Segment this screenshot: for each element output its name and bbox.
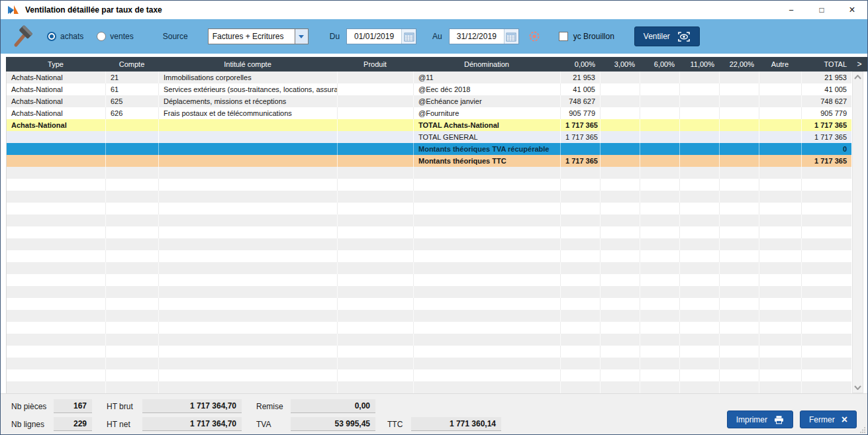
table-cell: [601, 83, 640, 95]
col-header-compte[interactable]: Compte: [105, 57, 158, 72]
table-cell: [759, 310, 802, 322]
imprimer-button[interactable]: Imprimer: [727, 411, 793, 428]
table-cell: [106, 346, 159, 358]
table-cell: [640, 322, 680, 334]
table-empty-row[interactable]: [7, 286, 851, 298]
table-cell: [640, 274, 680, 286]
close-button[interactable]: ×: [837, 1, 867, 19]
radio-ventes[interactable]: ventes: [97, 32, 133, 41]
date-au-value[interactable]: 31/12/2019: [450, 29, 504, 44]
table-cell: [680, 238, 720, 250]
source-dropdown-value[interactable]: Factures + Ecritures: [208, 28, 295, 44]
table-cell: Achats-National: [7, 119, 106, 131]
col-header-0pct[interactable]: 0,00%: [560, 57, 600, 72]
target-icon[interactable]: [527, 29, 542, 44]
column-scroll-right-icon[interactable]: >: [851, 57, 867, 72]
table-row[interactable]: Achats-National21Immobilisations corpore…: [7, 72, 851, 83]
table-cell: 61: [106, 83, 159, 95]
table-empty-row[interactable]: [7, 250, 851, 262]
source-dropdown-button[interactable]: [295, 28, 309, 44]
maximize-button[interactable]: □: [806, 1, 837, 19]
resize-grip[interactable]: [859, 426, 866, 433]
table-empty-row[interactable]: [7, 310, 851, 322]
table-cell: [640, 155, 680, 167]
chevron-down-icon: [299, 35, 304, 38]
table-empty-row[interactable]: [7, 274, 851, 286]
table-empty-row[interactable]: [7, 179, 851, 191]
table-cell: [759, 191, 802, 203]
table-cell: [759, 286, 802, 298]
col-header-produit[interactable]: Produit: [337, 57, 413, 72]
table-cell: [106, 274, 159, 286]
col-header-11pct[interactable]: 11,00%: [679, 57, 719, 72]
table-cell: Frais postaux et de télécommunications: [159, 107, 338, 119]
table-cell: [338, 179, 414, 191]
radio-achats[interactable]: achats: [47, 32, 83, 41]
table-cell: [106, 358, 159, 369]
table-empty-row[interactable]: [7, 322, 851, 334]
table-empty-row[interactable]: [7, 238, 851, 250]
calendar-du-button[interactable]: [401, 29, 416, 44]
table-empty-row[interactable]: [7, 215, 851, 226]
col-header-22pct[interactable]: 22,00%: [719, 57, 759, 72]
table-cell: 905 779: [802, 107, 851, 119]
col-header-autre[interactable]: Autre: [759, 57, 801, 72]
source-dropdown[interactable]: Factures + Ecritures: [208, 28, 309, 44]
table-empty-row[interactable]: [7, 358, 851, 369]
table-empty-row[interactable]: [7, 346, 851, 358]
table-cell: [720, 262, 759, 274]
table-empty-row[interactable]: [7, 191, 851, 203]
table-cell: [338, 322, 414, 334]
date-du-field[interactable]: 01/01/2019: [346, 28, 416, 44]
table-cell: [414, 250, 561, 262]
col-header-denomination[interactable]: Dénomination: [413, 57, 560, 72]
calendar-au-button[interactable]: [504, 29, 518, 44]
table-row[interactable]: Achats-National625Déplacements, missions…: [7, 95, 851, 107]
table-cell: [561, 167, 601, 179]
vertical-scrollbar[interactable]: [852, 72, 863, 393]
table-cell: [338, 262, 414, 274]
table-empty-row[interactable]: [7, 369, 851, 381]
fermer-button[interactable]: Fermer ×: [800, 411, 857, 428]
col-header-type[interactable]: Type: [6, 57, 105, 72]
date-du-value[interactable]: 01/01/2019: [347, 29, 401, 44]
table-empty-row[interactable]: [7, 226, 851, 238]
col-header-6pct[interactable]: 6,00%: [640, 57, 679, 72]
table-empty-row[interactable]: [7, 262, 851, 274]
table-cell: [159, 250, 338, 262]
table-cell: @11: [414, 72, 561, 83]
table-cell: [7, 226, 106, 238]
table-cell: [759, 83, 802, 95]
table-row[interactable]: Achats-National61Services extérieurs (so…: [7, 83, 851, 95]
table-empty-row[interactable]: [7, 334, 851, 346]
table-cell: [680, 322, 720, 334]
table-cell: [106, 298, 159, 310]
table-row[interactable]: Montants théoriques TTC1 717 3651 717 36…: [7, 155, 851, 167]
table-cell: [159, 155, 338, 167]
minimize-button[interactable]: −: [776, 1, 806, 19]
scroll-up-icon[interactable]: [854, 75, 861, 79]
ventiler-button[interactable]: Ventiler: [634, 26, 700, 46]
radio-achats-circle[interactable]: [47, 32, 56, 41]
radio-ventes-circle[interactable]: [97, 32, 106, 41]
table-empty-row[interactable]: [7, 167, 851, 179]
du-label: Du: [330, 32, 340, 41]
table-cell: [338, 369, 414, 381]
table-cell: [106, 238, 159, 250]
col-header-total[interactable]: TOTAL: [801, 57, 851, 72]
col-header-intitule[interactable]: Intitulé compte: [158, 57, 337, 72]
scroll-down-icon[interactable]: [854, 385, 861, 390]
table-cell: [601, 95, 640, 107]
table-row[interactable]: Achats-NationalTOTAL Achats-National1 71…: [7, 119, 851, 131]
table-cell: [7, 131, 106, 143]
table-row[interactable]: Montants théoriques TVA récupérable0: [7, 143, 851, 155]
table-empty-row[interactable]: [7, 298, 851, 310]
table-row[interactable]: Achats-National626Frais postaux et de té…: [7, 107, 851, 119]
table-cell: [802, 298, 851, 310]
table-row[interactable]: TOTAL GENERAL1 717 3651 717 365: [7, 131, 851, 143]
brouillon-checkbox[interactable]: [559, 32, 568, 41]
col-header-3pct[interactable]: 3,00%: [600, 57, 640, 72]
table-empty-row[interactable]: [7, 203, 851, 215]
date-au-field[interactable]: 31/12/2019: [449, 28, 519, 44]
table-empty-row[interactable]: [7, 381, 851, 393]
